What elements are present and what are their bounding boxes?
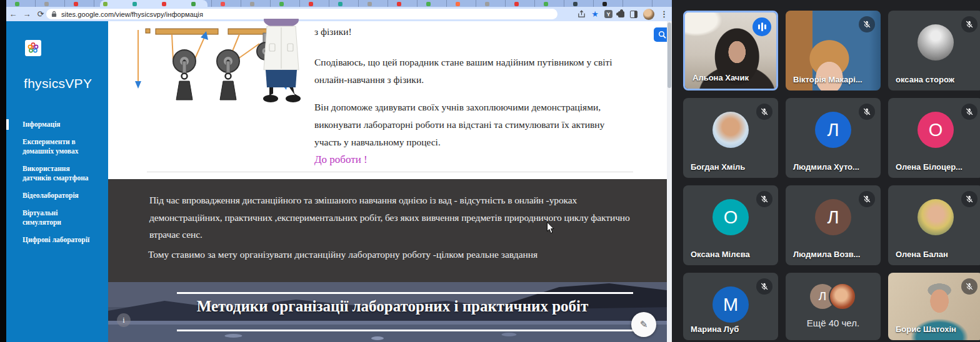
sidebar-item-active[interactable]: Інформація bbox=[6, 120, 108, 129]
browser-tab-favicon[interactable] bbox=[132, 2, 137, 6]
pencil-icon: ✎ bbox=[640, 319, 648, 330]
menu-dots-icon[interactable]: ⋮ bbox=[660, 9, 668, 19]
back-button[interactable]: ← bbox=[6, 7, 20, 21]
participant-initial-avatar: М bbox=[712, 286, 749, 323]
intro-paragraph-2: Він допоможе здивувати своїх учнів захоп… bbox=[314, 99, 630, 151]
browser-tab-favicon[interactable] bbox=[573, 2, 578, 6]
banner-rule-top bbox=[177, 292, 633, 294]
site-sidebar: fhysicsVPY ІнформаціяЕксперименти в дома… bbox=[6, 21, 108, 342]
url-text: sites.google.com/view/fhysicsvpy/інформа… bbox=[61, 11, 203, 18]
forward-button[interactable]: → bbox=[20, 7, 34, 21]
browser-tab-favicon[interactable] bbox=[456, 2, 460, 6]
lock-icon bbox=[51, 11, 57, 17]
reload-button[interactable]: ⟳ bbox=[34, 7, 48, 21]
browser-tab-favicon[interactable] bbox=[397, 2, 401, 6]
sidebar-item-link[interactable]: Використання датчиків смартфона bbox=[6, 164, 108, 183]
tab-strip[interactable] bbox=[6, 0, 672, 7]
participant-tile[interactable]: Богдан Хміль bbox=[683, 98, 778, 178]
bookmark-star-icon[interactable]: ★ bbox=[591, 10, 599, 18]
browser-tab-favicon[interactable] bbox=[74, 2, 78, 6]
browser-tab-favicon[interactable] bbox=[426, 2, 431, 6]
info-icon: i bbox=[122, 316, 124, 325]
dark-paragraph-1: Під час впровадження дистанційного та зм… bbox=[149, 192, 642, 243]
scientist-illustration bbox=[257, 19, 306, 104]
intro-paragraph-1: Сподіваюсь, що цей порадник стане вашим … bbox=[314, 54, 630, 89]
participant-name: Богдан Хміль bbox=[691, 162, 745, 172]
participant-name: Олена Балан bbox=[896, 250, 948, 259]
banner-title: Методики організації лабораторних і прак… bbox=[146, 298, 639, 315]
sidebar-item-label: Експерименти в домашніх умовах bbox=[22, 138, 78, 155]
participant-tile[interactable]: Вікторія Макарі... bbox=[786, 11, 881, 90]
participant-tile[interactable]: ЛЕщё 40 чел. bbox=[786, 273, 881, 340]
mic-muted-icon bbox=[859, 104, 875, 120]
participant-tile[interactable]: М Марина Луб bbox=[683, 273, 778, 340]
browser-tab-favicon[interactable] bbox=[544, 2, 548, 6]
image-info-button[interactable]: i bbox=[117, 313, 131, 327]
participant-name: Борис Шатохін bbox=[896, 325, 956, 334]
side-panel-icon[interactable] bbox=[630, 11, 638, 18]
mic-muted-icon bbox=[756, 104, 772, 120]
browser-tab-favicon[interactable] bbox=[250, 2, 254, 6]
participant-name: Олена Білоцер... bbox=[896, 162, 962, 172]
browser-tab-favicon[interactable] bbox=[221, 2, 225, 6]
sidebar-item-label: Цифрові лабораторії bbox=[22, 236, 89, 243]
search-icon bbox=[658, 31, 666, 39]
participant-tile[interactable]: Альона Хачик bbox=[683, 11, 778, 90]
share-icon[interactable] bbox=[578, 10, 586, 18]
browser-tab-favicon[interactable] bbox=[602, 2, 607, 6]
participant-name: оксана сторож bbox=[896, 75, 954, 84]
browser-toolbar: ← → ⟳ sites.google.com/view/fhysicsvpy/і… bbox=[6, 7, 672, 21]
scrollbar-thumb[interactable] bbox=[668, 22, 671, 88]
mic-muted-icon bbox=[859, 16, 875, 32]
browser-tab-favicon[interactable] bbox=[44, 2, 49, 6]
participant-tile[interactable]: Л Людмила Хуто... bbox=[786, 98, 881, 178]
participant-name: Марина Луб bbox=[691, 325, 739, 334]
browser-tab-favicon[interactable] bbox=[309, 2, 313, 6]
extensions-puzzle-icon[interactable] bbox=[618, 11, 624, 17]
participant-tile[interactable]: Олена Балан bbox=[888, 185, 980, 265]
browser-tab-favicon[interactable] bbox=[15, 2, 19, 6]
browser-tab-favicon[interactable] bbox=[162, 2, 166, 6]
mic-muted-icon bbox=[756, 278, 772, 295]
participant-avatar bbox=[918, 199, 954, 235]
sidebar-item-link[interactable]: Експерименти в домашніх умовах bbox=[6, 137, 108, 156]
participant-tile[interactable]: оксана сторож bbox=[888, 11, 980, 90]
sidebar-item-link[interactable]: Віртуальні симулятори bbox=[6, 208, 108, 227]
mic-muted-icon bbox=[961, 191, 978, 207]
profile-avatar[interactable] bbox=[643, 9, 654, 20]
sidebar-item-label: Відеолабораторія bbox=[22, 192, 79, 199]
atom-logo-icon bbox=[27, 42, 39, 54]
edit-button[interactable]: ✎ bbox=[631, 312, 656, 337]
site-logo[interactable] bbox=[25, 40, 41, 56]
window-edge bbox=[0, 0, 6, 342]
browser-tab-favicon[interactable] bbox=[279, 2, 284, 6]
banner-section: Методики організації лабораторних і прак… bbox=[108, 282, 672, 342]
sidebar-item-link[interactable]: Відеолабораторія bbox=[6, 191, 108, 200]
participant-tile[interactable]: О Оксана Мілєва bbox=[683, 185, 778, 265]
participant-tile[interactable]: Борис Шатохін bbox=[888, 273, 980, 340]
participant-tile[interactable]: О Олена Білоцер... bbox=[888, 98, 980, 178]
page-scrollbar[interactable] bbox=[667, 21, 672, 342]
browser-tab-favicon[interactable] bbox=[338, 2, 342, 6]
intro-line1: з фізики! bbox=[314, 26, 627, 37]
participant-name: Людмила Хуто... bbox=[793, 162, 859, 172]
browser-tab-favicon[interactable] bbox=[103, 2, 108, 6]
browser-tab-favicon[interactable] bbox=[485, 2, 489, 6]
extension-y-icon[interactable]: Y bbox=[604, 10, 612, 18]
participant-avatar bbox=[712, 112, 749, 148]
address-bar[interactable]: sites.google.com/view/fhysicsvpy/інформа… bbox=[46, 9, 558, 19]
participant-initial-avatar: О bbox=[712, 199, 749, 235]
video-call-panel: Альона Хачик Вікторія Макарі... оксана с… bbox=[672, 0, 980, 342]
banner-rule-bottom bbox=[177, 330, 633, 331]
participant-name: Оксана Мілєва bbox=[691, 250, 750, 259]
browser-tab-favicon[interactable] bbox=[368, 2, 372, 6]
cta-link[interactable]: До роботи ! bbox=[314, 154, 368, 166]
sidebar-item-label: Інформація bbox=[22, 120, 61, 128]
browser-tab-favicon[interactable] bbox=[191, 2, 196, 6]
sidebar-item-link[interactable]: Цифрові лабораторії bbox=[6, 235, 108, 245]
participant-name: Людмила Возв... bbox=[793, 250, 860, 259]
browser-tab-favicon[interactable] bbox=[514, 2, 519, 6]
participant-tile[interactable]: Л Людмила Возв... bbox=[786, 185, 881, 265]
page-main: з фізики! Сподіваюсь, що цей порадник ст… bbox=[108, 21, 672, 342]
participant-name: Альона Хачик bbox=[692, 73, 749, 82]
